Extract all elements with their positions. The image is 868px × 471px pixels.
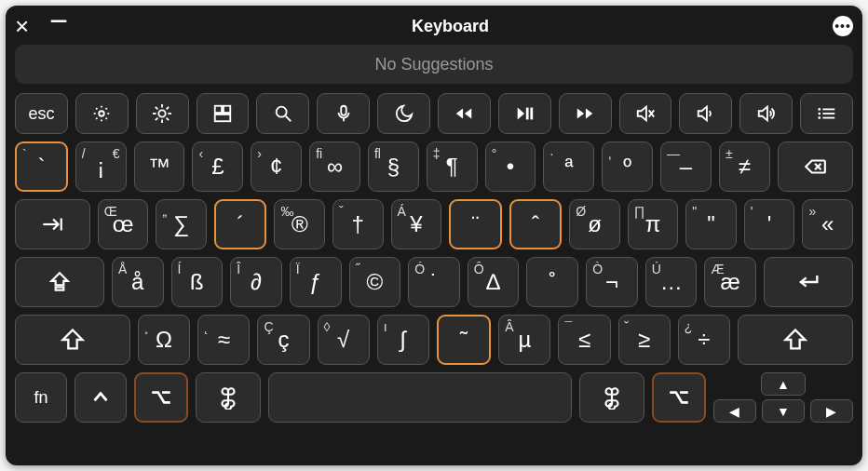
- key-upper-glyph: Ø: [576, 204, 586, 219]
- key-dagger[interactable]: ˇ†: [332, 199, 384, 249]
- key-omega[interactable]: ¸Ω: [138, 315, 190, 365]
- more-options-button[interactable]: •••: [833, 16, 853, 36]
- suggestions-text: No Suggestions: [374, 55, 493, 74]
- key-tilde[interactable]: ˜: [437, 315, 491, 365]
- key-upper-glyph: ‡: [433, 146, 441, 161]
- fn-key-volume-up-icon[interactable]: [739, 93, 793, 134]
- key-divide[interactable]: ¿÷: [678, 315, 730, 365]
- key-upper-glyph: ˝: [356, 262, 360, 276]
- fn-key-rewind-icon[interactable]: [438, 93, 491, 134]
- key-bullet[interactable]: °•: [485, 141, 536, 192]
- key-section[interactable]: fl§: [368, 141, 419, 192]
- key-mu[interactable]: Âµ: [498, 315, 550, 365]
- key-gte[interactable]: ˘≥: [618, 315, 671, 365]
- key-florin[interactable]: Ïƒ: [290, 257, 342, 307]
- key-grave[interactable]: ``: [15, 141, 68, 192]
- key-space[interactable]: [268, 372, 572, 423]
- key-diaeresis[interactable]: ¨: [449, 199, 502, 249]
- key-command-left[interactable]: [196, 372, 261, 423]
- key-rightquote[interactable]: '': [744, 199, 795, 249]
- key-upper-glyph: ": [692, 204, 697, 219]
- key-inverted-exclaim[interactable]: /€¡: [75, 141, 127, 192]
- key-return[interactable]: [764, 257, 853, 307]
- key-trademark[interactable]: ™: [134, 141, 185, 192]
- key-ordinal-o[interactable]: ‚º: [602, 141, 653, 192]
- key-registered[interactable]: ‰®: [274, 199, 325, 249]
- key-main-glyph: Ω: [156, 327, 172, 353]
- fn-key-mute-icon[interactable]: [619, 93, 672, 134]
- fn-key-mission-control-icon[interactable]: [197, 93, 250, 134]
- key-ae[interactable]: Ææ: [704, 257, 756, 307]
- key-arrow-up[interactable]: ▲: [761, 372, 806, 396]
- key-approx[interactable]: ˛≈: [197, 315, 250, 365]
- key-ellipsis[interactable]: Ú…: [645, 257, 698, 307]
- key-endash[interactable]: —–: [660, 141, 712, 192]
- forward-icon: [575, 103, 595, 124]
- key-ccedilla[interactable]: Çç: [257, 315, 309, 365]
- key-ring[interactable]: ˚: [526, 257, 578, 307]
- key-pound[interactable]: ‹£: [192, 141, 243, 192]
- key-sigma[interactable]: „∑: [156, 199, 207, 249]
- key-upper-glyph: „: [162, 204, 167, 219]
- key-backspace[interactable]: [778, 141, 853, 192]
- fn-key-forward-icon[interactable]: [559, 93, 612, 134]
- fn-key-do-not-disturb-icon[interactable]: [377, 93, 430, 134]
- key-partial[interactable]: Î∂: [230, 257, 282, 307]
- key-main-glyph: †: [352, 211, 364, 237]
- key-upper-glyph: ‰: [280, 204, 293, 219]
- key-infinity[interactable]: fi∞: [309, 141, 360, 192]
- key-circumflex[interactable]: ˆ: [509, 199, 563, 249]
- fn-key-play-pause-icon[interactable]: [498, 93, 551, 134]
- key-fn[interactable]: fn: [15, 372, 67, 423]
- close-icon[interactable]: ×: [15, 14, 29, 38]
- key-integral[interactable]: ı∫: [377, 315, 429, 365]
- fn-key-spotlight-icon[interactable]: [256, 93, 309, 134]
- shift-icon: [60, 327, 86, 353]
- key-esc[interactable]: esc: [15, 93, 68, 134]
- return-icon: [795, 269, 821, 295]
- key-acute[interactable]: ´: [214, 199, 267, 249]
- key-control[interactable]: [75, 372, 127, 423]
- key-delta[interactable]: Ô∆: [468, 257, 520, 307]
- suggestions-bar: No Suggestions: [15, 45, 853, 84]
- key-copyright[interactable]: ˝©: [349, 257, 401, 307]
- qwerty-row: Œœ„∑´‰®ˇ†Á¥¨ˆØø∏π""''»«: [15, 199, 853, 249]
- key-yen[interactable]: Á¥: [391, 199, 442, 249]
- key-arrow-down[interactable]: ▼: [762, 399, 805, 423]
- key-option-left[interactable]: [134, 372, 188, 423]
- key-pi[interactable]: ∏π: [628, 199, 679, 249]
- key-tab[interactable]: [15, 199, 90, 249]
- key-oslash[interactable]: Øø: [569, 199, 620, 249]
- fn-key-volume-down-icon[interactable]: [679, 93, 732, 134]
- key-a-ring[interactable]: Åå: [112, 257, 164, 307]
- key-leftquote[interactable]: "": [685, 199, 737, 249]
- mission-control-icon: [212, 103, 233, 124]
- fn-key-list-icon[interactable]: [800, 93, 853, 134]
- key-command-right[interactable]: [579, 372, 644, 423]
- key-oe[interactable]: Œœ: [98, 199, 149, 249]
- key-main-glyph: £: [211, 154, 224, 180]
- fn-key-brightness-up-icon[interactable]: [136, 93, 189, 134]
- key-lte[interactable]: ¯≤: [558, 315, 610, 365]
- key-not[interactable]: Ò¬: [586, 257, 638, 307]
- key-main-glyph: ø: [588, 211, 602, 237]
- key-notequal[interactable]: ±≠: [719, 141, 770, 192]
- key-cent[interactable]: ›¢: [251, 141, 302, 192]
- key-arrow-left[interactable]: ◀: [713, 399, 756, 423]
- key-capslock[interactable]: [15, 257, 104, 307]
- key-sqrt[interactable]: ◊√: [318, 315, 370, 365]
- key-guillemet[interactable]: »«: [802, 199, 853, 249]
- key-arrow-right[interactable]: ▶: [810, 399, 853, 423]
- key-shift-right[interactable]: [738, 315, 853, 365]
- fn-key-brightness-down-icon[interactable]: [75, 93, 129, 134]
- key-ordinal-a[interactable]: ·ª: [543, 141, 594, 192]
- fn-key-dictation-icon[interactable]: [317, 93, 370, 134]
- key-shift-left[interactable]: [15, 315, 130, 365]
- key-main-glyph: ∑: [173, 211, 189, 237]
- key-main-glyph: §: [387, 154, 400, 180]
- key-option-right[interactable]: [652, 372, 706, 423]
- key-eszett[interactable]: Íß: [171, 257, 224, 307]
- key-main-glyph: ∫: [400, 327, 407, 353]
- key-pilcrow[interactable]: ‡¶: [427, 141, 478, 192]
- key-dot[interactable]: Ó˙: [408, 257, 460, 307]
